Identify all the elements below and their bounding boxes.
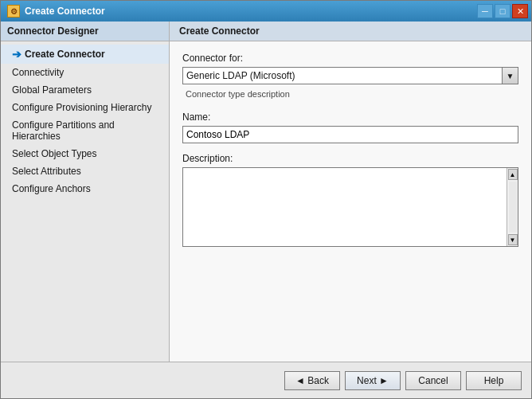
- sidebar-item-connectivity[interactable]: Connectivity: [1, 64, 169, 81]
- maximize-button[interactable]: □: [495, 4, 510, 18]
- sidebar-item-label: Select Attributes: [12, 166, 81, 177]
- next-button[interactable]: Next ►: [345, 371, 401, 390]
- panel-header: Create Connector: [170, 22, 531, 41]
- sidebar-item-create-connector[interactable]: ➔ Create Connector: [1, 45, 169, 64]
- back-button[interactable]: ◄ Back: [284, 371, 340, 390]
- title-bar-left: ⚙ Create Connector: [7, 5, 105, 18]
- sidebar-header: Connector Designer: [1, 22, 169, 41]
- description-label: Description:: [182, 153, 518, 164]
- cancel-button[interactable]: Cancel: [405, 371, 461, 390]
- connector-for-label: Connector for:: [182, 53, 518, 64]
- arrow-icon: ➔: [12, 48, 22, 61]
- sidebar: Connector Designer ➔ Create Connector Co…: [1, 22, 170, 362]
- sidebar-item-configure-partitions-and-hierarchies[interactable]: Configure Partitions and Hierarchies: [1, 116, 169, 145]
- sidebar-item-global-parameters[interactable]: Global Parameters: [1, 81, 169, 99]
- close-button[interactable]: ✕: [512, 4, 528, 18]
- sidebar-item-select-attributes[interactable]: Select Attributes: [1, 162, 169, 180]
- title-bar: ⚙ Create Connector ─ □ ✕: [1, 1, 531, 22]
- scroll-down-button[interactable]: ▼: [508, 234, 518, 245]
- minimize-button[interactable]: ─: [477, 4, 493, 18]
- sidebar-item-label: Global Parameters: [12, 84, 92, 96]
- sidebar-item-select-object-types[interactable]: Select Object Types: [1, 145, 169, 162]
- sidebar-item-label: Configure Anchors: [12, 183, 91, 194]
- description-wrapper: ▲ ▼: [182, 167, 518, 247]
- connector-type-select[interactable]: Generic LDAP (Microsoft) Active Director…: [182, 67, 503, 84]
- dropdown-arrow-icon[interactable]: ▼: [503, 67, 518, 84]
- name-label: Name:: [182, 111, 518, 123]
- sidebar-item-label: Configure Provisioning Hierarchy: [12, 102, 151, 113]
- name-input[interactable]: [182, 126, 518, 143]
- bottom-bar: ◄ Back Next ► Cancel Help: [1, 362, 531, 398]
- sidebar-items: ➔ Create Connector Connectivity Global P…: [1, 41, 169, 201]
- window-title: Create Connector: [25, 6, 105, 17]
- connector-type-description: Connector type description: [182, 89, 518, 99]
- scroll-track: [509, 182, 517, 233]
- main-content: Connector Designer ➔ Create Connector Co…: [1, 22, 531, 362]
- connector-dropdown-wrapper: Generic LDAP (Microsoft) Active Director…: [182, 67, 518, 84]
- description-textarea[interactable]: [183, 168, 507, 246]
- title-bar-controls: ─ □ ✕: [477, 4, 528, 18]
- sidebar-item-label: Configure Partitions and Hierarchies: [12, 119, 161, 142]
- panel-body: Connector for: Generic LDAP (Microsoft) …: [170, 41, 531, 362]
- description-scrollbar: ▲ ▼: [507, 168, 518, 246]
- sidebar-item-configure-provisioning-hierarchy[interactable]: Configure Provisioning Hierarchy: [1, 99, 169, 116]
- app-icon: ⚙: [7, 5, 20, 18]
- sidebar-item-configure-anchors[interactable]: Configure Anchors: [1, 180, 169, 198]
- right-panel: Create Connector Connector for: Generic …: [170, 22, 531, 362]
- window: ⚙ Create Connector ─ □ ✕ Connector Desig…: [0, 0, 532, 399]
- sidebar-item-label: Create Connector: [25, 49, 105, 60]
- sidebar-item-label: Connectivity: [12, 67, 64, 78]
- sidebar-item-label: Select Object Types: [12, 148, 97, 159]
- scroll-up-button[interactable]: ▲: [508, 169, 518, 180]
- help-button[interactable]: Help: [466, 371, 522, 390]
